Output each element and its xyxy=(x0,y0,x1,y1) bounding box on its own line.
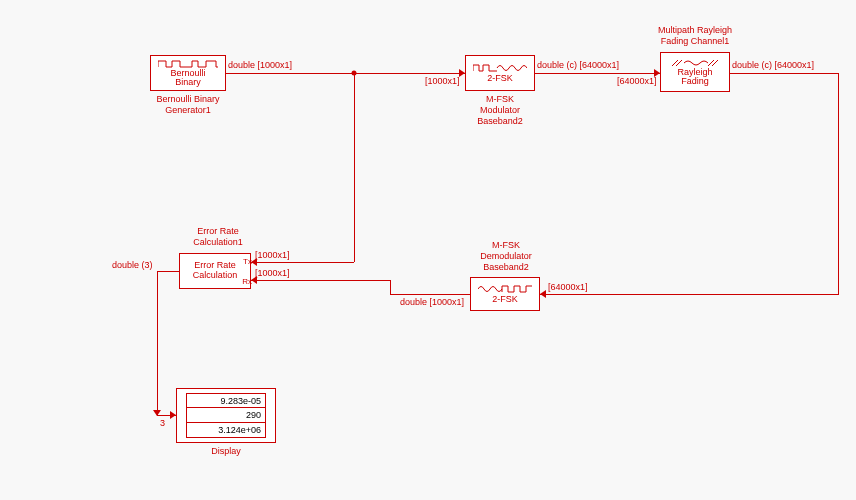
label-disp-in: 3 xyxy=(160,418,165,428)
channel-title: Rayleigh Fading xyxy=(677,68,712,86)
wire-demod-out-h2 xyxy=(251,280,390,281)
block-bernoulli[interactable]: Bernoulli Binary xyxy=(150,55,226,91)
arrow-mod-in xyxy=(459,69,465,77)
wire-mod-chan xyxy=(535,73,660,74)
fsk-wave-icon xyxy=(473,63,527,73)
block-modulator[interactable]: 2-FSK xyxy=(465,55,535,91)
label-chan-in: [64000x1] xyxy=(617,76,657,86)
wire-demod-out-v xyxy=(390,280,391,295)
err-label: Error Rate Calculation1 xyxy=(158,226,278,248)
label-bern-out: double [1000x1] xyxy=(228,60,292,70)
display-row-0: 9.283e-05 xyxy=(186,393,266,408)
wire-chan-out-v xyxy=(838,73,839,295)
bernoulli-label: Bernoulli Binary Generator1 xyxy=(128,94,248,116)
display-row-2: 3.124e+06 xyxy=(186,423,266,438)
wire-tx-in xyxy=(251,262,354,263)
err-title: Error Rate Calculation xyxy=(193,261,238,281)
demod-title: 2-FSK xyxy=(492,294,518,304)
label-mod-out: double (c) [64000x1] xyxy=(537,60,619,70)
wire-demod-out-h1 xyxy=(390,294,470,295)
fsk-demod-wave-icon xyxy=(478,284,532,294)
wire-err-out-h xyxy=(157,271,179,272)
label-err-out: double (3) xyxy=(112,260,153,270)
label-demod-out: double [1000x1] xyxy=(400,297,464,307)
label-err-rx: [1000x1] xyxy=(255,268,290,278)
modulator-title: 2-FSK xyxy=(487,73,513,83)
channel-label: Multipath Rayleigh Fading Channel1 xyxy=(635,25,755,47)
arrow-demod-in xyxy=(540,290,546,298)
arrow-err-down xyxy=(153,410,161,416)
label-err-tx: [1000x1] xyxy=(255,250,290,260)
block-display[interactable]: 9.283e-05 290 3.124e+06 xyxy=(176,388,276,443)
arrow-disp-in xyxy=(170,411,176,419)
wire-err-out-v xyxy=(157,271,158,416)
diagram-canvas: Bernoulli Binary Bernoulli Binary Genera… xyxy=(0,0,856,500)
wire-bern-mod xyxy=(226,73,465,74)
block-error-rate[interactable]: Error Rate Calculation Tx Rx xyxy=(179,253,251,289)
block-channel[interactable]: Rayleigh Fading xyxy=(660,52,730,92)
wire-chan-out-h1 xyxy=(730,73,838,74)
label-chan-out: double (c) [64000x1] xyxy=(732,60,814,70)
display-row-1: 290 xyxy=(186,408,266,423)
bernoulli-title: Bernoulli Binary xyxy=(170,69,205,87)
block-demodulator[interactable]: 2-FSK xyxy=(470,277,540,311)
modulator-label: M-FSK Modulator Baseband2 xyxy=(440,94,560,126)
wire-chan-out-h2 xyxy=(540,294,838,295)
label-demod-in: [64000x1] xyxy=(548,282,588,292)
label-mod-in: [1000x1] xyxy=(425,76,460,86)
demod-label: M-FSK Demodulator Baseband2 xyxy=(446,240,566,272)
display-label: Display xyxy=(166,446,286,457)
wire-tx-down xyxy=(354,73,355,262)
